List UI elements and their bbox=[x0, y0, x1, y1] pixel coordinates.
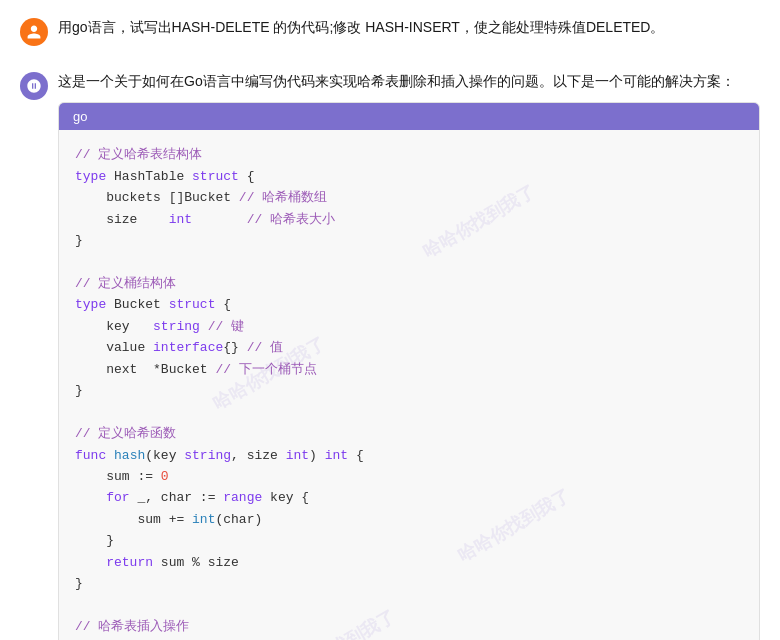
code-lang-label: go bbox=[73, 109, 87, 124]
chat-container: 用go语言，试写出HASH-DELETE 的伪代码;修改 HASH-INSERT… bbox=[0, 0, 780, 640]
user-icon bbox=[26, 24, 42, 40]
user-message-row: 用go语言，试写出HASH-DELETE 的伪代码;修改 HASH-INSERT… bbox=[0, 0, 780, 58]
user-avatar bbox=[20, 18, 48, 46]
code-pre: // 定义哈希表结构体 type HashTable struct { buck… bbox=[75, 144, 743, 640]
ai-content: 这是一个关于如何在Go语言中编写伪代码来实现哈希表删除和插入操作的问题。以下是一… bbox=[58, 70, 760, 640]
ai-icon bbox=[26, 78, 42, 94]
ai-intro-text: 这是一个关于如何在Go语言中编写伪代码来实现哈希表删除和插入操作的问题。以下是一… bbox=[58, 70, 760, 92]
user-message-text: 用go语言，试写出HASH-DELETE 的伪代码;修改 HASH-INSERT… bbox=[58, 16, 760, 38]
ai-avatar bbox=[20, 72, 48, 100]
code-block-header: go bbox=[59, 103, 759, 130]
code-block-body: 哈哈你找到我了 哈哈你找到我了 哈哈你找到我了 哈哈你找到我了 // 定义哈希表… bbox=[59, 130, 759, 640]
code-block: go 哈哈你找到我了 哈哈你找到我了 哈哈你找到我了 哈哈你找到我了 // 定义… bbox=[58, 102, 760, 640]
ai-message-row: 这是一个关于如何在Go语言中编写伪代码来实现哈希表删除和插入操作的问题。以下是一… bbox=[0, 58, 780, 640]
